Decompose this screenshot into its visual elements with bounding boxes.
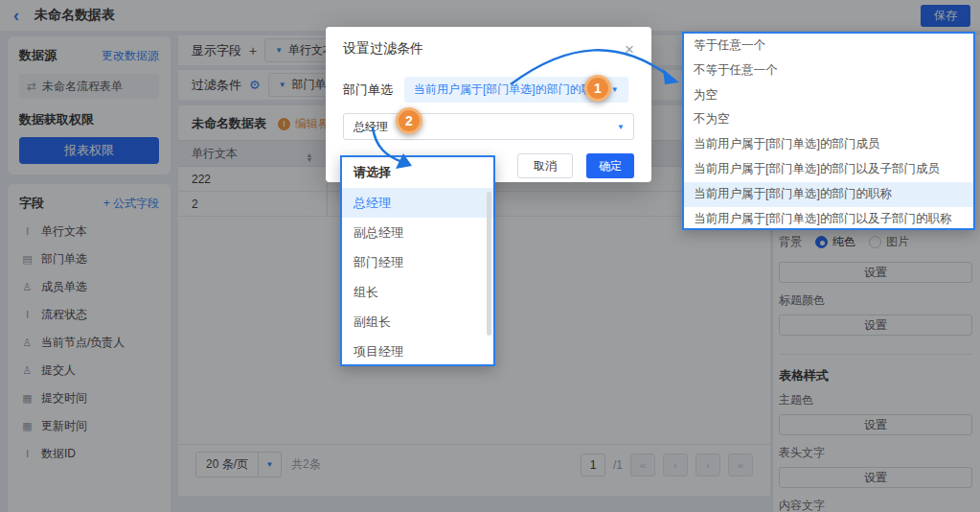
step-badge-2: 2: [396, 107, 422, 134]
value-select-value: 总经理: [344, 119, 608, 135]
dropdown-option[interactable]: 部门经理: [342, 247, 493, 277]
cancel-button[interactable]: 取消: [517, 153, 573, 178]
dropdown-option[interactable]: 为空: [684, 83, 973, 108]
dropdown-option[interactable]: 不等于任意一个: [684, 58, 973, 83]
dropdown-option-selected[interactable]: 当前用户属于[部门单选]的部门的职称: [684, 182, 973, 207]
dropdown-option[interactable]: 当前用户属于[部门单选]的部门以及子部门成员: [684, 157, 973, 182]
chevron-down-icon: ▼: [611, 85, 619, 94]
dropdown-option[interactable]: 当前用户属于[部门单选]的部门成员: [684, 132, 973, 157]
condition-dropdown: 等于任意一个 不等于任意一个 为空 不为空 当前用户属于[部门单选]的部门成员 …: [682, 32, 975, 230]
scrollbar[interactable]: [487, 192, 491, 336]
dropdown-option[interactable]: 项目经理: [342, 337, 493, 366]
app-window: ‹ 未命名数据表 保存 数据源 更改数据源 ⇄ 未命名流程表单 数据获取权限 报…: [0, 0, 980, 512]
dropdown-option[interactable]: 副总经理: [342, 218, 493, 247]
close-icon[interactable]: ×: [625, 41, 634, 58]
value-select[interactable]: 总经理 ▼: [343, 113, 634, 140]
dropdown-option[interactable]: 等于任意一个: [684, 34, 973, 58]
modal-field-label: 部门单选: [343, 81, 393, 99]
chevron-down-icon[interactable]: ▼: [608, 114, 633, 139]
dropdown-option[interactable]: 副组长: [342, 307, 493, 337]
condition-select-value: 当前用户属于[部门单选]的部门的职称: [414, 81, 604, 98]
dropdown-placeholder: 请选择: [342, 157, 493, 188]
dropdown-option[interactable]: 当前用户属于[部门单选]的部门以及子部门的职称: [684, 207, 973, 230]
value-dropdown: 请选择 总经理 副总经理 部门经理 组长 副组长 项目经理 医生: [340, 155, 495, 366]
modal-title: 设置过滤条件: [343, 40, 423, 58]
dropdown-option-selected[interactable]: 总经理: [342, 188, 493, 218]
step-badge-1: 1: [584, 75, 611, 102]
dropdown-option[interactable]: 不为空: [684, 107, 973, 132]
confirm-button[interactable]: 确定: [586, 153, 634, 178]
dropdown-option[interactable]: 组长: [342, 277, 493, 307]
